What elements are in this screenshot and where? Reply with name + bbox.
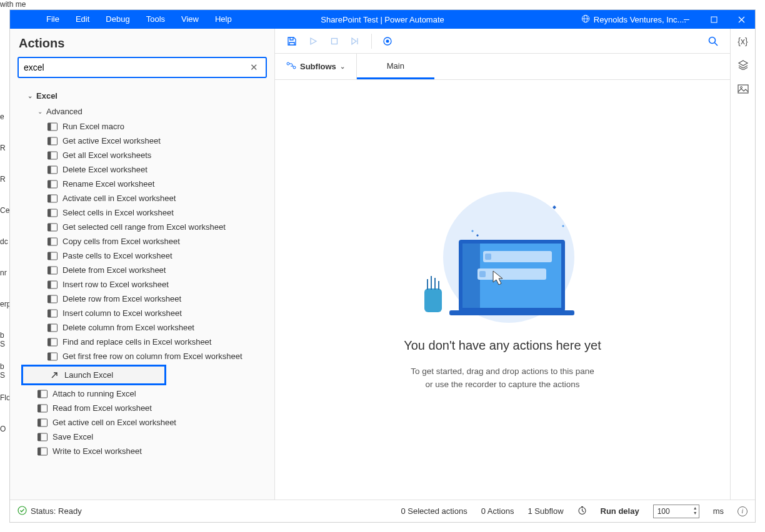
svg-rect-73 — [738, 85, 748, 93]
excel-icon — [48, 194, 58, 203]
tab-main[interactable]: Main — [357, 54, 434, 79]
excel-icon — [38, 433, 48, 441]
images-icon[interactable] — [737, 82, 749, 95]
excel-icon — [48, 209, 58, 217]
svg-rect-68 — [424, 288, 442, 312]
svg-rect-30 — [48, 281, 51, 288]
step-button[interactable] — [346, 32, 365, 51]
action-item[interactable]: Insert row to Excel worksheet — [10, 277, 274, 292]
action-item[interactable]: Delete Excel worksheet — [10, 162, 274, 177]
action-item[interactable]: Paste cells to Excel worksheet — [10, 249, 274, 263]
action-item[interactable]: Activate cell in Excel worksheet — [10, 191, 274, 205]
excel-icon — [48, 338, 58, 347]
actions-tree[interactable]: ⌄ Excel ⌄ Advanced Run Excel macro Get a… — [10, 84, 274, 500]
excel-icon — [48, 237, 58, 246]
chevron-down-icon: ⌄ — [340, 63, 345, 70]
org-picker[interactable]: Reynolds Ventures, Inc.... — [581, 14, 686, 25]
svg-rect-42 — [38, 390, 41, 398]
svg-rect-16 — [48, 180, 51, 188]
action-item[interactable]: Insert column to Excel worksheet — [10, 306, 274, 320]
subgroup-advanced[interactable]: ⌄ Advanced — [10, 104, 274, 119]
ui-elements-icon[interactable] — [737, 59, 749, 71]
titlebar: File Edit Debug Tools View Help SharePoi… — [10, 10, 755, 29]
stray-left-column: eRRCedcnrerpb Sb SFloO — [0, 112, 10, 436]
svg-rect-10 — [48, 137, 51, 145]
maximize-button[interactable] — [700, 10, 728, 29]
action-launch-excel[interactable]: Launch Excel — [21, 365, 166, 385]
stray-text-top: with me — [0, 0, 26, 9]
record-button[interactable] — [378, 32, 397, 51]
svg-rect-28 — [48, 267, 51, 274]
excel-icon — [38, 404, 48, 413]
svg-rect-66 — [478, 268, 546, 280]
action-item[interactable]: Save Excel — [10, 430, 274, 444]
svg-rect-46 — [38, 419, 41, 426]
action-item[interactable]: Delete row from Excel worksheet — [10, 292, 274, 306]
svg-point-57 — [287, 62, 289, 65]
action-item[interactable]: Get all Excel worksheets — [10, 148, 274, 162]
svg-line-78 — [582, 511, 584, 512]
search-box: ✕ — [18, 57, 267, 78]
svg-rect-65 — [485, 254, 491, 260]
stop-button[interactable] — [325, 32, 344, 51]
action-item[interactable]: Delete from Excel worksheet — [10, 263, 274, 277]
run-delay-input[interactable]: 100 ▲▼ — [653, 505, 699, 518]
action-item[interactable]: Write to Excel worksheet — [10, 444, 274, 458]
action-item[interactable]: Get first free row on column from Excel … — [10, 349, 274, 363]
menu-help[interactable]: Help — [207, 10, 240, 29]
minimize-button[interactable] — [672, 10, 700, 29]
action-item[interactable]: Get selected cell range from Excel works… — [10, 220, 274, 234]
clear-search-icon[interactable]: ✕ — [248, 62, 261, 73]
svg-point-55 — [709, 37, 716, 43]
status-actions-count: 0 Actions — [481, 506, 514, 516]
empty-state-subtitle: To get started, drag and drop actions to… — [411, 365, 594, 391]
menu-tools[interactable]: Tools — [138, 10, 173, 29]
menu-view[interactable]: View — [173, 10, 207, 29]
run-button[interactable] — [304, 32, 322, 51]
excel-icon — [48, 122, 58, 131]
svg-rect-50 — [38, 448, 41, 455]
excel-icon — [38, 418, 48, 427]
excel-icon — [48, 223, 58, 232]
menu-file[interactable]: File — [38, 10, 68, 29]
action-item[interactable]: Copy cells from Excel worksheet — [10, 234, 274, 249]
action-item[interactable]: Get active Excel worksheet — [10, 134, 274, 148]
action-item[interactable]: Attach to running Excel — [10, 387, 274, 401]
main-area: Subflows ⌄ Main — [275, 29, 730, 500]
excel-icon — [48, 280, 58, 289]
app-window: File Edit Debug Tools View Help SharePoi… — [10, 10, 755, 522]
toolbar — [275, 29, 730, 54]
menu-edit[interactable]: Edit — [68, 10, 98, 29]
excel-icon — [38, 447, 48, 456]
subflows-dropdown[interactable]: Subflows ⌄ — [275, 54, 357, 79]
status-subflow-count: 1 Subflow — [528, 506, 563, 516]
tabs-row: Subflows ⌄ Main — [275, 54, 730, 80]
subflows-icon — [286, 61, 296, 72]
flow-canvas[interactable]: You don't have any actions here yet To g… — [275, 80, 730, 500]
status-ready: Status: Ready — [18, 506, 82, 517]
group-excel[interactable]: ⌄ Excel — [10, 88, 274, 104]
svg-rect-24 — [48, 238, 51, 245]
search-input[interactable] — [24, 62, 248, 72]
action-item[interactable]: Run Excel macro — [10, 119, 274, 134]
action-item[interactable]: Get active cell on Excel worksheet — [10, 415, 274, 430]
action-item[interactable]: Delete column from Excel worksheet — [10, 320, 274, 335]
delay-spinner[interactable]: ▲▼ — [693, 506, 698, 516]
excel-icon — [48, 295, 58, 303]
search-button[interactable] — [704, 32, 722, 51]
main-menu: File Edit Debug Tools View Help — [10, 10, 240, 29]
action-item[interactable]: Read from Excel worksheet — [10, 401, 274, 415]
actions-panel-title: Actions — [10, 29, 274, 57]
action-item[interactable]: Select cells in Excel worksheet — [10, 205, 274, 220]
action-item[interactable]: Find and replace cells in Excel workshee… — [10, 335, 274, 349]
close-button[interactable] — [728, 10, 755, 29]
variables-icon[interactable]: {x} — [737, 35, 749, 47]
action-item[interactable]: Rename Excel worksheet — [10, 177, 274, 191]
info-icon[interactable]: i — [738, 506, 748, 516]
svg-point-54 — [386, 39, 389, 42]
svg-rect-51 — [332, 38, 338, 44]
save-button[interactable] — [282, 32, 301, 51]
menu-debug[interactable]: Debug — [98, 10, 138, 29]
svg-line-56 — [715, 42, 718, 46]
statusbar: Status: Ready 0 Selected actions 0 Actio… — [10, 500, 755, 522]
